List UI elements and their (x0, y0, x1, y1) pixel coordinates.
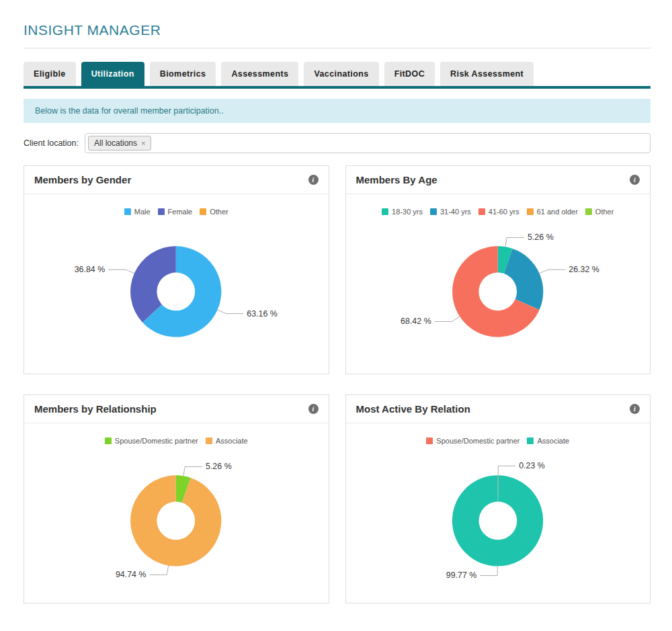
chart-title: Members by Gender (34, 174, 131, 185)
callout-line (434, 317, 459, 322)
insight-manager-page: INSIGHT MANAGER EligibleUtilizationBiome… (0, 22, 672, 603)
legend-item[interactable]: Associate (206, 437, 248, 445)
chart-card: Most Active By RelationiSpouse/Domestic … (345, 394, 651, 603)
tab-fitdoc[interactable]: FitDOC (384, 62, 435, 86)
legend-label: Male (134, 208, 151, 216)
legend-label: 18-30 yrs (392, 208, 423, 216)
donut-slice (503, 249, 542, 310)
legend-label: Spouse/Domestic partner (115, 437, 198, 445)
slice-callout: 0.23 % (519, 461, 545, 470)
callout-line (498, 466, 515, 475)
callout-line (480, 566, 497, 576)
tab-vaccinations[interactable]: Vaccinations (304, 62, 378, 86)
slice-callout: 5.26 % (528, 233, 554, 242)
slice-callout: 26.32 % (569, 265, 599, 274)
donut-chart: MaleFemaleOther63.16 %36.84 % (24, 194, 329, 374)
location-tag-label: All locations (94, 138, 137, 148)
chart-card: Members by RelationshipiSpouse/Domestic … (24, 394, 329, 603)
info-banner: Below is the data for overall member par… (24, 99, 650, 123)
tab-assessments[interactable]: Assessments (221, 62, 298, 86)
chart-legend: MaleFemaleOther (24, 208, 329, 216)
legend-item[interactable]: Female (158, 208, 193, 216)
legend-item[interactable]: Male (124, 208, 151, 216)
legend-item[interactable]: 18-30 yrs (382, 208, 423, 216)
donut-svg: 5.26 %26.32 %68.42 % (346, 194, 650, 374)
legend-swatch-icon (430, 208, 437, 215)
callout-line (539, 269, 565, 274)
legend-label: Associate (216, 437, 248, 445)
legend-label: 31-40 yrs (440, 208, 471, 216)
slice-callout: 63.16 % (247, 309, 278, 319)
remove-tag-icon[interactable]: × (141, 140, 145, 147)
legend-swatch-icon (585, 208, 592, 215)
legend-item[interactable]: 31-40 yrs (430, 208, 471, 216)
donut-chart: Spouse/Domestic partnerAssociate0.23 %99… (346, 423, 650, 603)
legend-label: 61 and older (537, 208, 578, 216)
callout-line (218, 310, 244, 314)
chart-title: Most Active By Relation (356, 403, 470, 415)
info-banner-text: Below is the data for overall member par… (35, 106, 224, 116)
tab-utilization[interactable]: Utilization (81, 62, 144, 86)
legend-swatch-icon (527, 437, 534, 444)
info-icon[interactable]: i (630, 175, 640, 185)
donut-chart: Spouse/Domestic partnerAssociate5.26 %94… (24, 423, 329, 603)
client-location-select[interactable]: All locations × (85, 133, 650, 153)
legend-label: Female (168, 208, 193, 216)
legend-item[interactable]: 61 and older (527, 208, 578, 216)
callout-line (108, 269, 134, 274)
chart-card-header: Members By Agei (346, 166, 650, 194)
donut-slice (452, 475, 542, 566)
legend-swatch-icon (527, 208, 534, 215)
chart-legend: 18-30 yrs31-40 yrs41-60 yrs61 and olderO… (346, 208, 650, 216)
client-location-row: Client location: All locations × (24, 133, 650, 153)
slice-callout: 36.84 % (75, 265, 106, 274)
donut-svg: 63.16 %36.84 % (24, 194, 329, 374)
legend-item[interactable]: Spouse/Domestic partner (105, 437, 198, 445)
chart-card-header: Members by Relationshipi (24, 395, 329, 423)
slice-callout: 5.26 % (206, 462, 232, 471)
donut-chart: 18-30 yrs31-40 yrs41-60 yrs61 and olderO… (346, 194, 650, 374)
info-icon[interactable]: i (630, 404, 640, 414)
legend-swatch-icon (382, 208, 388, 215)
donut-svg: 0.23 %99.77 % (346, 423, 650, 603)
tab-eligible[interactable]: Eligible (24, 62, 76, 86)
legend-swatch-icon (105, 437, 112, 444)
chart-card-header: Members by Genderi (24, 166, 329, 194)
legend-item[interactable]: Other (585, 208, 614, 216)
legend-swatch-icon (478, 208, 485, 215)
page-title: INSIGHT MANAGER (24, 22, 650, 38)
legend-swatch-icon (206, 437, 212, 444)
tab-risk-assessment[interactable]: Risk Assessment (440, 62, 534, 86)
legend-item[interactable]: Spouse/Domestic partner (426, 437, 519, 445)
legend-swatch-icon (426, 437, 433, 444)
chart-card: Members by GenderiMaleFemaleOther63.16 %… (24, 165, 329, 374)
chart-legend: Spouse/Domestic partnerAssociate (346, 437, 650, 445)
chart-title: Members By Age (356, 174, 437, 185)
tab-bar: EligibleUtilizationBiometricsAssessments… (24, 62, 650, 89)
chart-card-header: Most Active By Relationi (346, 395, 650, 423)
slice-callout: 99.77 % (446, 571, 476, 580)
info-icon[interactable]: i (308, 175, 319, 185)
donut-svg: 5.26 %94.74 % (24, 423, 329, 603)
client-location-label: Client location: (24, 138, 79, 148)
legend-label: Spouse/Domestic partner (436, 437, 519, 445)
chart-legend: Spouse/Domestic partnerAssociate (24, 437, 329, 445)
charts-grid: Members by GenderiMaleFemaleOther63.16 %… (24, 165, 650, 603)
tab-biometrics[interactable]: Biometrics (150, 62, 216, 86)
legend-item[interactable]: Other (200, 208, 228, 216)
legend-label: 41-60 yrs (489, 208, 519, 216)
legend-item[interactable]: Associate (527, 437, 569, 445)
slice-callout: 68.42 % (401, 317, 431, 326)
callout-line (183, 466, 202, 476)
legend-swatch-icon (200, 208, 206, 215)
legend-label: Other (595, 208, 614, 216)
location-tag: All locations × (88, 136, 151, 151)
legend-item[interactable]: 41-60 yrs (478, 208, 519, 216)
slice-callout: 94.74 % (116, 570, 146, 579)
legend-swatch-icon (158, 208, 165, 215)
legend-swatch-icon (124, 208, 131, 215)
title-divider (24, 48, 650, 48)
info-icon[interactable]: i (308, 404, 319, 414)
chart-card: Members By Agei18-30 yrs31-40 yrs41-60 y… (345, 165, 651, 374)
callout-line (505, 237, 523, 247)
